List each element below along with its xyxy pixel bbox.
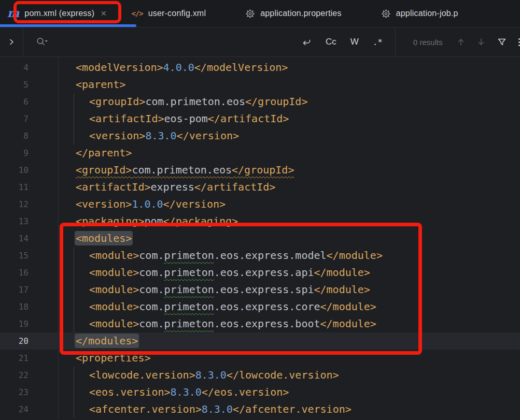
- match-case-button[interactable]: Cc: [326, 37, 336, 47]
- code-text: </parent>: [76, 144, 132, 162]
- filter-button[interactable]: [497, 37, 507, 47]
- search-input[interactable]: [49, 27, 301, 56]
- code-line-17[interactable]: 17<module>com.primeton.eos.express.spi</…: [0, 281, 520, 298]
- search-history-button[interactable]: [36, 37, 49, 47]
- next-occurrence-button[interactable]: [477, 37, 485, 47]
- newline-icon: [301, 37, 312, 47]
- xml-value-token: 4.0.0: [163, 61, 194, 74]
- code-editor[interactable]: 4<modelVersion>4.0.0</modelVersion>5<par…: [0, 57, 520, 418]
- previous-occurrence-button[interactable]: [457, 37, 465, 47]
- indent-guide: [74, 281, 74, 298]
- code-line-16[interactable]: 16<module>com.primeton.eos.express.api</…: [0, 264, 520, 281]
- xml-tag-token: </module>: [327, 249, 383, 262]
- code-text: <module>com.primeton.eos.express.boot</m…: [89, 315, 376, 332]
- code-line-9[interactable]: 9</parent>: [0, 144, 520, 162]
- code-line-18[interactable]: 18<module>com.primeton.eos.express.core<…: [0, 298, 520, 315]
- indent-guide: [74, 264, 74, 281]
- code-text: <version>8.3.0</version>: [89, 127, 239, 144]
- code-line-13[interactable]: 13<packaging>pom</packaging>: [0, 213, 520, 230]
- xml-value-token: 8.3.0: [195, 369, 227, 381]
- code-text: <eos.version>8.3.0</eos.version>: [89, 384, 289, 401]
- code-text: <version>1.0.0</version>: [76, 196, 226, 213]
- line-number: 21: [0, 350, 29, 367]
- line-number: 10: [0, 162, 29, 179]
- code-line-22[interactable]: 22<lowcode.version>8.3.0</lowcode.versio…: [0, 367, 520, 384]
- code-line-6[interactable]: 6<groupId>com.primeton.eos</groupId>: [0, 93, 520, 110]
- code-line-14[interactable]: 14<modules>: [0, 230, 520, 247]
- code-line-20[interactable]: 20</modules>: [0, 332, 520, 350]
- code-line-8[interactable]: 8<version>8.3.0</version>: [0, 127, 520, 144]
- indent-guide: [74, 127, 74, 144]
- tab-user-config-xml[interactable]: </>user-config.xml: [111, 0, 226, 27]
- line-number: 23: [0, 384, 29, 401]
- xml-value-token: 1.0.0: [132, 198, 163, 210]
- code-text: <module>com.primeton.eos.express.core</m…: [89, 298, 376, 315]
- line-number: 11: [0, 179, 29, 196]
- xml-tag-token: </artifactId>: [194, 181, 276, 193]
- code-line-4[interactable]: 4<modelVersion>4.0.0</modelVersion>: [0, 59, 520, 76]
- code-line-11[interactable]: 11<artifactId>express</artifactId>: [0, 179, 520, 196]
- line-number: 18: [0, 298, 29, 315]
- tab-pom-xml-express[interactable]: mpom.xml (express)×: [0, 0, 111, 27]
- code-text: <parent>: [76, 76, 125, 93]
- regex-button[interactable]: .*: [373, 37, 383, 47]
- code-line-10[interactable]: 10<groupId>com.primeton.eos</groupId>: [0, 162, 520, 179]
- tab-strip: mpom.xml (express)×</>user-config.xmlapp…: [0, 0, 478, 27]
- xml-tag-token: <packaging>: [76, 215, 144, 227]
- code-text: <lowcode.version>8.3.0</lowcode.version>: [89, 367, 339, 384]
- active-tab-indicator: [0, 24, 136, 27]
- expand-search-button[interactable]: [0, 27, 23, 56]
- xml-tag-token: </modules>: [76, 335, 138, 347]
- xml-value-token: primeton: [164, 249, 214, 262]
- xml-tag-token: </version>: [177, 129, 239, 142]
- xml-tag-token: <modelVersion>: [76, 61, 163, 74]
- xml-tag-token: </module>: [320, 300, 376, 313]
- line-number: 4: [0, 59, 29, 76]
- code-line-12[interactable]: 12<version>1.0.0</version>: [0, 196, 520, 213]
- code-line-23[interactable]: 23<eos.version>8.3.0</eos.version>: [0, 384, 520, 401]
- toolbar-divider: [23, 27, 23, 56]
- code-line-7[interactable]: 7<artifactId>eos-pom</artifactId>: [0, 110, 520, 127]
- xml-tag-token: <module>: [89, 266, 139, 279]
- code-text: <groupId>com.primeton.eos</groupId>: [89, 93, 307, 110]
- xml-value-token: com.: [139, 283, 164, 296]
- chevron-right-icon: [7, 38, 16, 46]
- xml-value-token: .eos.express.core: [214, 300, 320, 313]
- code-line-5[interactable]: 5<parent>: [0, 76, 520, 93]
- code-line-24[interactable]: 24<afcenter.version>8.3.0</afcenter.vers…: [0, 401, 520, 418]
- line-number: 8: [0, 127, 29, 144]
- code-line-19[interactable]: 19<module>com.primeton.eos.express.boot<…: [0, 315, 520, 332]
- search-icon: [36, 37, 49, 47]
- close-icon[interactable]: ×: [101, 8, 106, 19]
- code-line-21[interactable]: 21<properties>: [0, 350, 520, 367]
- xml-tag-token: <properties>: [76, 352, 151, 364]
- xml-value-token: 8.3.0: [202, 403, 233, 415]
- code-text: <modelVersion>4.0.0</modelVersion>: [76, 59, 288, 76]
- indent-guide: [74, 110, 74, 127]
- xml-tag-token: </parent>: [76, 147, 132, 159]
- xml-value-token: primeton: [164, 266, 214, 279]
- whole-words-button[interactable]: W: [350, 37, 359, 47]
- code-line-15[interactable]: 15<module>com.primeton.eos.express.model…: [0, 247, 520, 264]
- xml-tag-token: <eos.version>: [89, 386, 171, 398]
- xml-value-token: com.: [139, 300, 164, 313]
- line-number: 19: [0, 315, 29, 332]
- xml-value-token: com.primeton.eos: [132, 164, 232, 176]
- xml-tag-token: </groupId>: [232, 164, 294, 176]
- xml-tag-token: <version>: [89, 129, 145, 142]
- tab-application-properties[interactable]: application.properties: [226, 0, 361, 27]
- line-number: 13: [0, 213, 29, 230]
- newline-button[interactable]: [301, 37, 312, 47]
- xml-value-token: eos-pom: [164, 112, 208, 125]
- code-text: <properties>: [76, 350, 151, 367]
- xml-value-token: primeton: [164, 283, 214, 296]
- search-results-count: 0 results: [413, 38, 449, 47]
- line-number: 20: [0, 332, 29, 350]
- xml-tag-token: <version>: [76, 198, 132, 210]
- chevron-down-icon: [45, 40, 48, 42]
- code-text: <module>com.primeton.eos.express.model</…: [89, 247, 383, 264]
- tab-application-job-p[interactable]: application-job.p: [361, 0, 478, 27]
- gear-icon: [245, 9, 255, 19]
- find-toolbar: Cc W .* 0 results: [0, 27, 520, 57]
- toolbar-divider: [395, 27, 396, 56]
